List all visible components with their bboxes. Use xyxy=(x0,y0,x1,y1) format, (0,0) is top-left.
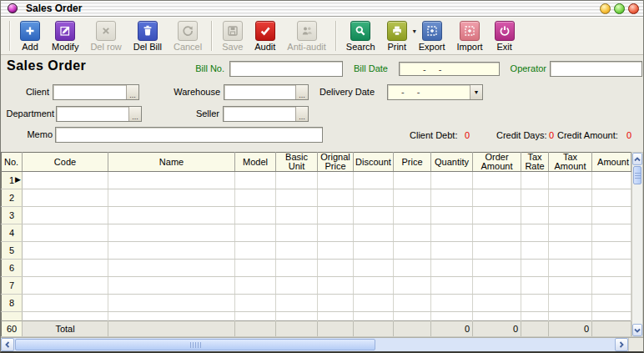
seller-field[interactable]: ... xyxy=(223,106,309,122)
row-number-cell[interactable]: 5 xyxy=(2,241,23,259)
row-number-cell[interactable]: 4 xyxy=(2,224,23,241)
grid-cell[interactable] xyxy=(235,241,276,259)
exit-button[interactable]: Exit xyxy=(489,20,521,53)
grid-cell[interactable] xyxy=(318,206,354,224)
grid-cell[interactable] xyxy=(354,224,394,241)
grid-cell[interactable] xyxy=(276,189,318,206)
grid-cell[interactable] xyxy=(592,276,631,294)
del-bill-button[interactable]: Del Bill xyxy=(128,20,168,53)
horizontal-scroll-track[interactable] xyxy=(14,338,615,351)
grid-cell[interactable] xyxy=(431,172,473,189)
print-dropdown-caret[interactable]: ▾ xyxy=(413,28,416,35)
scroll-down-button[interactable] xyxy=(632,324,642,336)
row-number-cell[interactable]: 2 xyxy=(2,189,23,206)
add-button[interactable]: Add xyxy=(14,20,46,53)
client-lookup-button[interactable]: ... xyxy=(126,85,138,99)
grid-cell[interactable] xyxy=(431,224,473,241)
grid-cell[interactable] xyxy=(354,259,394,276)
department-field[interactable]: ... xyxy=(56,106,142,122)
grid-cell[interactable] xyxy=(549,241,592,259)
grid-cell[interactable] xyxy=(108,241,235,259)
grid-cell[interactable] xyxy=(394,241,431,259)
grid-cell[interactable] xyxy=(431,241,473,259)
grid-cell[interactable] xyxy=(108,259,235,276)
horizontal-scroll-thumb[interactable] xyxy=(15,339,375,350)
grid-cell[interactable] xyxy=(473,276,521,294)
grid-cell[interactable] xyxy=(431,294,473,311)
grid-cell[interactable] xyxy=(23,206,108,224)
grid-cell[interactable] xyxy=(23,276,108,294)
grid-cell[interactable] xyxy=(521,294,549,311)
grid-cell[interactable] xyxy=(549,259,592,276)
row-number-cell[interactable]: 6 xyxy=(2,259,23,276)
grid-cell[interactable] xyxy=(318,259,354,276)
grid-cell[interactable] xyxy=(108,294,235,311)
warehouse-lookup-button[interactable]: ... xyxy=(295,85,308,99)
grid-cell[interactable] xyxy=(108,172,235,189)
import-button[interactable]: Import xyxy=(450,20,488,53)
grid-cell[interactable] xyxy=(276,241,318,259)
grid-cell[interactable] xyxy=(394,224,431,241)
row-number-cell[interactable]: 3 xyxy=(2,206,23,224)
grid-cell[interactable] xyxy=(473,206,521,224)
grid-cell[interactable] xyxy=(394,259,431,276)
grid-cell[interactable] xyxy=(592,189,631,206)
minimize-button[interactable] xyxy=(600,3,611,14)
grid-cell[interactable] xyxy=(108,189,235,206)
grid-cell[interactable] xyxy=(276,259,318,276)
grid-cell[interactable] xyxy=(354,172,394,189)
grid-cell[interactable] xyxy=(23,172,108,189)
grid-cell[interactable] xyxy=(23,189,108,206)
grid-cell[interactable] xyxy=(394,172,431,189)
grid-cell[interactable] xyxy=(276,206,318,224)
department-input[interactable] xyxy=(57,107,128,121)
client-field[interactable]: ... xyxy=(53,84,139,100)
grid-cell[interactable] xyxy=(394,206,431,224)
row-number-cell[interactable]: 1▶ xyxy=(2,172,23,189)
grid-cell[interactable] xyxy=(521,224,549,241)
grid-cell[interactable] xyxy=(235,294,276,311)
grid-cell[interactable] xyxy=(549,189,592,206)
grid-cell[interactable] xyxy=(276,172,318,189)
grid-cell[interactable] xyxy=(354,294,394,311)
grid-cell[interactable] xyxy=(23,241,108,259)
grid-cell[interactable] xyxy=(473,172,521,189)
row-number-cell[interactable]: 8 xyxy=(2,294,23,311)
client-input[interactable] xyxy=(53,85,126,99)
scroll-right-button[interactable] xyxy=(615,338,628,351)
delivery-date-dropdown-arrow[interactable]: ▼ xyxy=(470,85,482,99)
grid-cell[interactable] xyxy=(431,189,473,206)
grid-cell[interactable] xyxy=(473,259,521,276)
vertical-scroll-thumb[interactable] xyxy=(633,166,641,184)
warehouse-field[interactable]: ... xyxy=(224,84,309,100)
grid-cell[interactable] xyxy=(276,276,318,294)
grid-cell[interactable] xyxy=(354,241,394,259)
modify-button[interactable]: Modify xyxy=(46,20,84,53)
grid-cell[interactable] xyxy=(592,224,631,241)
grid-cell[interactable] xyxy=(521,189,549,206)
grid-cell[interactable] xyxy=(394,294,431,311)
grid-cell[interactable] xyxy=(108,276,235,294)
grid-cell[interactable] xyxy=(108,224,235,241)
grid-cell[interactable] xyxy=(431,206,473,224)
grid-cell[interactable] xyxy=(23,224,108,241)
export-button[interactable]: Export xyxy=(413,20,451,53)
grid-cell[interactable] xyxy=(318,224,354,241)
grid-cell[interactable] xyxy=(235,259,276,276)
grid-cell[interactable] xyxy=(592,206,631,224)
grid-cell[interactable] xyxy=(318,189,354,206)
delivery-date-value[interactable]: - - xyxy=(388,85,470,99)
grid-cell[interactable] xyxy=(318,241,354,259)
grid-cell[interactable] xyxy=(108,206,235,224)
grid-cell[interactable] xyxy=(521,259,549,276)
grid-cell[interactable] xyxy=(592,294,631,311)
grid-cell[interactable] xyxy=(431,259,473,276)
vertical-scrollbar[interactable] xyxy=(631,152,643,337)
grid-cell[interactable] xyxy=(473,189,521,206)
operator-input[interactable] xyxy=(550,61,642,77)
grid-cell[interactable] xyxy=(235,276,276,294)
grid-cell[interactable] xyxy=(549,206,592,224)
scroll-up-button[interactable] xyxy=(632,153,642,165)
grid-cell[interactable] xyxy=(549,276,592,294)
grid-cell[interactable] xyxy=(318,276,354,294)
